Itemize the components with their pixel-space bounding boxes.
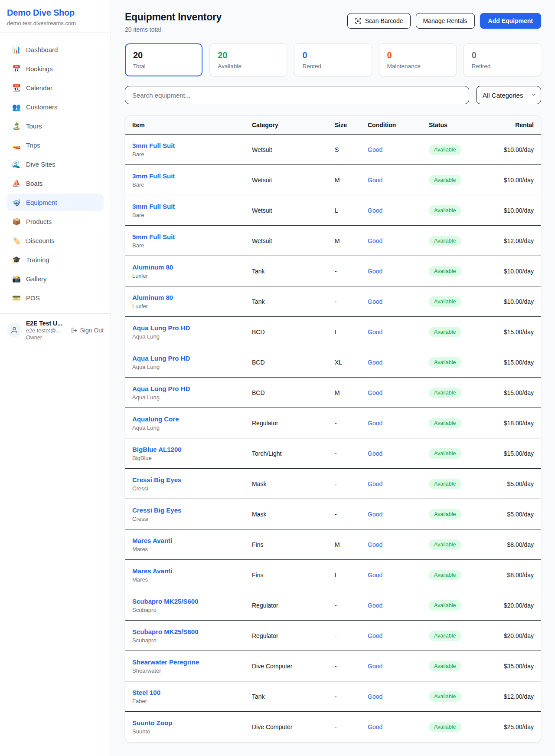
condition-link[interactable]: Good — [368, 511, 382, 518]
item-link[interactable]: Shearwater Peregrine — [132, 658, 199, 666]
search-input[interactable] — [125, 86, 469, 104]
item-link[interactable]: Aluminum 80 — [132, 294, 173, 301]
item-link[interactable]: BigBlue AL1200 — [132, 446, 182, 453]
item-link[interactable]: Cressi Big Eyes — [132, 476, 181, 483]
table-row: BigBlue AL1200 BigBlue Torch/Light - Goo… — [125, 438, 541, 469]
sidebar-item-customers[interactable]: 👥 Customers — [7, 98, 104, 115]
condition-link[interactable]: Good — [368, 572, 382, 579]
item-link[interactable]: 5mm Full Suit — [132, 233, 175, 240]
sidebar-item-dive-sites[interactable]: 🌊 Dive Sites — [7, 155, 104, 173]
item-link[interactable]: 3mm Full Suit — [132, 203, 175, 210]
status-cell: Available — [429, 296, 492, 307]
sidebar-item-products[interactable]: 📦 Products — [7, 213, 104, 230]
stat-card-total[interactable]: 20 Total — [125, 43, 202, 76]
col-header-rental: Rental — [499, 122, 534, 128]
category-cell: Tank — [252, 268, 328, 275]
stat-card-retired[interactable]: 0 Retired — [464, 43, 541, 76]
condition-cell: Good — [368, 571, 422, 579]
item-cell: Aqualung Core Aqua Lung — [132, 415, 245, 431]
size-cell: L — [335, 329, 361, 335]
status-cell: Available — [429, 175, 492, 185]
condition-link[interactable]: Good — [368, 207, 382, 214]
nav-item-label: POS — [26, 294, 40, 302]
sign-out-button[interactable]: Sign Out — [71, 327, 104, 334]
item-link[interactable]: Aqua Lung Pro HD — [132, 355, 190, 362]
status-cell: Available — [429, 661, 492, 671]
condition-link[interactable]: Good — [368, 146, 382, 153]
status-badge: Available — [429, 600, 461, 611]
condition-link[interactable]: Good — [368, 632, 382, 639]
item-link[interactable]: 3mm Full Suit — [132, 142, 175, 149]
sidebar-item-boats[interactable]: ⛵ Boats — [7, 174, 104, 192]
sidebar-item-discounts[interactable]: 🏷️ Discounts — [7, 232, 104, 249]
nav-item-label: Boats — [26, 180, 42, 187]
stat-card-available[interactable]: 20 Available — [209, 43, 287, 76]
item-link[interactable]: Mares Avanti — [132, 567, 172, 575]
condition-cell: Good — [368, 237, 422, 245]
sidebar-item-tours[interactable]: 🏝️ Tours — [7, 117, 104, 135]
item-link[interactable]: Aluminum 80 — [132, 263, 173, 271]
scan-barcode-button[interactable]: Scan Barcode — [347, 13, 411, 29]
condition-link[interactable]: Good — [368, 480, 382, 487]
item-link[interactable]: Mares Avanti — [132, 537, 172, 544]
category-select[interactable]: All Categories — [476, 86, 541, 104]
item-link[interactable]: Cressi Big Eyes — [132, 506, 181, 514]
item-link[interactable]: Aqua Lung Pro HD — [132, 324, 190, 332]
status-badge: Available — [429, 691, 461, 702]
add-equipment-button[interactable]: Add Equipment — [480, 13, 541, 29]
condition-link[interactable]: Good — [368, 298, 382, 305]
item-link[interactable]: Steel 100 — [132, 689, 160, 696]
condition-link[interactable]: Good — [368, 359, 382, 366]
nav-item-label: Trips — [26, 141, 40, 149]
status-badge: Available — [429, 661, 461, 671]
item-cell: Aluminum 80 Luxfer — [132, 294, 245, 309]
condition-link[interactable]: Good — [368, 268, 382, 275]
size-cell: S — [335, 146, 361, 153]
condition-link[interactable]: Good — [368, 541, 382, 548]
sidebar-item-training[interactable]: 🎓 Training — [7, 251, 104, 268]
condition-link[interactable]: Good — [368, 177, 382, 184]
sidebar-item-bookings[interactable]: 📅 Bookings — [7, 60, 104, 77]
condition-cell: Good — [368, 450, 422, 457]
condition-cell: Good — [368, 693, 422, 700]
item-link[interactable]: Suunto Zoop — [132, 719, 172, 726]
condition-link[interactable]: Good — [368, 450, 382, 457]
condition-link[interactable]: Good — [368, 237, 382, 244]
category-cell: Dive Computer — [252, 723, 328, 730]
sidebar-item-dashboard[interactable]: 📊 Dashboard — [7, 41, 104, 58]
condition-link[interactable]: Good — [368, 420, 382, 427]
sidebar-item-pos[interactable]: 💳 POS — [7, 289, 104, 306]
stat-card-maintenance[interactable]: 0 Maintenance — [379, 43, 457, 76]
stat-card-rented[interactable]: 0 Rented — [294, 43, 372, 76]
nav-item-label: Dive Sites — [26, 161, 56, 168]
condition-link[interactable]: Good — [368, 602, 382, 609]
item-link[interactable]: Aqualung Core — [132, 415, 179, 423]
rental-cell: $20.00/day — [499, 632, 534, 639]
sidebar-item-gallery[interactable]: 📸 Gallery — [7, 270, 104, 287]
item-link[interactable]: Scubapro MK25/S600 — [132, 598, 199, 605]
sidebar-item-trips[interactable]: 🚤 Trips — [7, 136, 104, 154]
category-cell: Torch/Light — [252, 450, 328, 457]
condition-cell: Good — [368, 146, 422, 154]
item-link[interactable]: Aqua Lung Pro HD — [132, 385, 190, 392]
item-link[interactable]: Scubapro MK25/S600 — [132, 628, 199, 635]
manage-rentals-button[interactable]: Manage Rentals — [416, 13, 475, 29]
condition-link[interactable]: Good — [368, 389, 382, 396]
item-link[interactable]: 3mm Full Suit — [132, 172, 175, 180]
condition-link[interactable]: Good — [368, 329, 382, 335]
nav-item-icon: 🏝️ — [11, 122, 22, 130]
category-cell: Fins — [252, 572, 328, 579]
size-cell: L — [335, 572, 361, 579]
stat-label: Available — [218, 63, 279, 69]
condition-link[interactable]: Good — [368, 723, 382, 730]
item-brand: Aqua Lung — [132, 424, 245, 431]
nav-item-label: Bookings — [26, 65, 53, 72]
condition-link[interactable]: Good — [368, 693, 382, 700]
sidebar-item-equipment[interactable]: 🤿 Equipment — [7, 194, 104, 211]
condition-cell: Good — [368, 267, 422, 275]
stat-value: 0 — [302, 50, 363, 60]
nav-item-label: Equipment — [26, 199, 57, 206]
sidebar-item-calendar[interactable]: 📆 Calendar — [7, 79, 104, 96]
item-cell: Scubapro MK25/S600 Scubapro — [132, 598, 245, 613]
condition-link[interactable]: Good — [368, 663, 382, 670]
